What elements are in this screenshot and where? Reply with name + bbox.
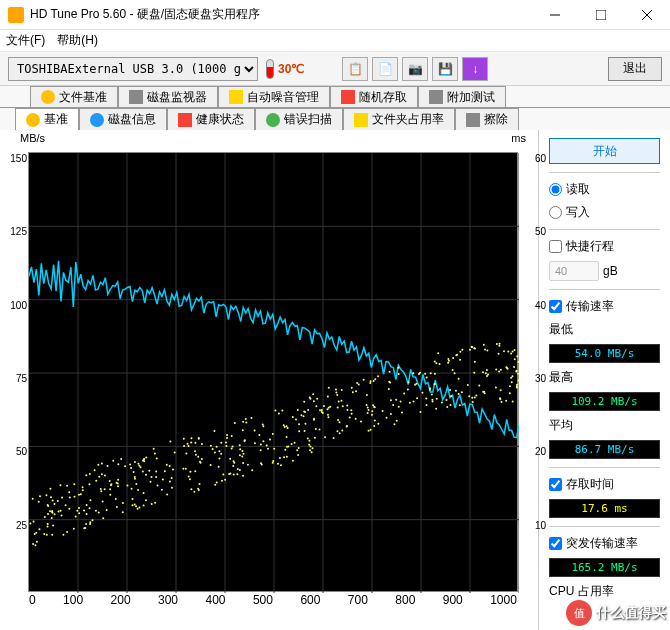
svg-point-214 [303,401,305,403]
svg-point-414 [374,378,376,380]
svg-point-27 [185,453,187,455]
menu-help[interactable]: 帮助(H) [57,32,98,49]
svg-point-181 [189,471,191,473]
svg-point-308 [313,418,315,420]
svg-point-349 [239,448,241,450]
svg-point-390 [169,480,171,482]
svg-point-372 [447,362,449,364]
svg-point-447 [295,418,297,420]
scan-icon [266,113,280,127]
svg-point-20 [83,509,85,511]
svg-point-511 [73,496,75,498]
svg-point-220 [214,484,216,486]
svg-point-288 [218,466,220,468]
svg-point-379 [284,449,286,451]
svg-point-110 [73,528,75,530]
svg-point-484 [233,474,235,476]
transfer-rate-checkbox[interactable] [549,300,562,313]
svg-point-223 [156,458,158,460]
svg-point-142 [102,517,104,519]
svg-point-252 [484,349,486,351]
tab-health[interactable]: 健康状态 [167,108,255,130]
tab-erase[interactable]: 擦除 [455,108,519,130]
svg-point-228 [280,464,282,466]
svg-point-435 [304,411,306,413]
start-button[interactable]: 开始 [549,138,660,164]
svg-point-258 [346,405,348,407]
svg-point-72 [335,389,337,391]
svg-point-207 [434,383,436,385]
svg-point-333 [393,423,395,425]
save-icon[interactable]: 💾 [432,57,458,81]
tab-disk-info[interactable]: 磁盘信息 [79,108,167,130]
svg-point-137 [469,349,471,351]
copy-screenshot-icon[interactable]: 📄 [372,57,398,81]
svg-point-260 [374,420,376,422]
access-time-checkbox[interactable] [549,478,562,491]
exit-button[interactable]: 退出 [608,57,662,81]
menu-file[interactable]: 文件(F) [6,32,45,49]
svg-point-412 [351,387,353,389]
svg-point-491 [432,401,434,403]
tab-random-access[interactable]: 随机存取 [330,86,418,107]
tab-file-benchmark[interactable]: 文件基准 [30,86,118,107]
svg-point-238 [329,406,331,408]
svg-point-75 [468,395,470,397]
svg-point-443 [328,387,330,389]
svg-point-124 [498,370,500,372]
tab-noise-mgmt[interactable]: 自动噪音管理 [218,86,330,107]
svg-point-128 [390,413,392,415]
svg-point-221 [89,499,91,501]
svg-point-55 [117,485,119,487]
svg-point-335 [475,395,477,397]
svg-point-302 [260,444,262,446]
svg-point-331 [291,443,293,445]
svg-point-234 [461,349,463,351]
tab-benchmark[interactable]: 基准 [15,108,79,130]
svg-point-306 [447,358,449,360]
svg-point-334 [363,379,365,381]
svg-point-41 [116,506,118,508]
burst-rate-checkbox[interactable] [549,537,562,550]
read-radio[interactable] [549,183,562,196]
svg-point-264 [145,499,147,501]
avg-label: 平均 [549,417,660,434]
tab-folder-usage[interactable]: 文件夹占用率 [343,108,455,130]
minimize-button[interactable] [532,0,578,30]
svg-point-121 [65,504,67,506]
copy-info-icon[interactable]: 📋 [342,57,368,81]
close-button[interactable] [624,0,670,30]
svg-point-88 [369,382,371,384]
svg-point-455 [250,417,252,419]
maximize-button[interactable] [578,0,624,30]
svg-point-452 [446,406,448,408]
tab-extra-tests[interactable]: 附加测试 [418,86,506,107]
svg-point-159 [241,450,243,452]
tab-error-scan[interactable]: 错误扫描 [255,108,343,130]
svg-point-204 [367,412,369,414]
svg-point-100 [187,443,189,445]
write-radio[interactable] [549,206,562,219]
svg-point-165 [247,464,249,466]
tab-disk-monitor[interactable]: 磁盘监视器 [118,86,218,107]
benchmark-chart: 150125100755025 605040302010 01002003004… [28,152,518,592]
svg-point-63 [254,442,256,444]
svg-point-474 [454,372,456,374]
svg-point-309 [498,345,500,347]
svg-point-517 [355,418,357,420]
svg-point-385 [474,347,476,349]
svg-point-256 [518,379,519,381]
svg-point-280 [389,371,391,373]
svg-point-219 [509,392,511,394]
quick-stroke-checkbox[interactable] [549,240,562,253]
svg-point-180 [355,390,357,392]
svg-point-416 [262,424,264,426]
svg-point-130 [229,473,231,475]
svg-point-457 [239,444,241,446]
svg-point-265 [155,476,157,478]
screenshot-icon[interactable]: 📷 [402,57,428,81]
drive-select[interactable]: TOSHIBAExternal USB 3.0 (1000 gB) [8,57,258,81]
options-icon[interactable]: ↓ [462,57,488,81]
svg-point-146 [281,409,283,411]
svg-point-188 [242,475,244,477]
